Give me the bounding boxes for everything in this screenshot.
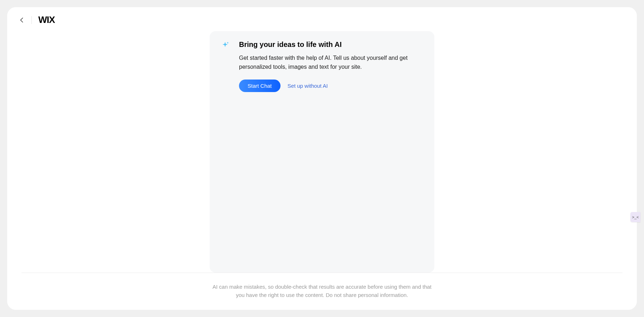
- footer: AI can make mistakes, so double-check th…: [21, 273, 623, 310]
- wix-logo[interactable]: WIX: [38, 14, 55, 25]
- chevron-left-icon: [20, 18, 23, 23]
- ai-disclaimer-text: AI can make mistakes, so double-check th…: [208, 283, 436, 299]
- setup-without-ai-link[interactable]: Set up without AI: [288, 83, 328, 89]
- floating-dev-widget[interactable]: >_<: [630, 212, 640, 222]
- back-button[interactable]: [18, 16, 25, 24]
- ai-intro-card: Bring your ideas to life with AI Get sta…: [210, 31, 434, 273]
- header: WIX: [7, 7, 637, 33]
- main-panel: WIX Bring your ideas to life with AI: [7, 7, 637, 310]
- ai-card-description: Get started faster with the help of AI. …: [239, 54, 422, 72]
- header-divider: [31, 16, 32, 24]
- code-icon: >_<: [632, 215, 639, 219]
- content-area: Bring your ideas to life with AI Get sta…: [7, 33, 637, 273]
- start-chat-button[interactable]: Start Chat: [239, 80, 280, 92]
- ai-card-title: Bring your ideas to life with AI: [239, 40, 422, 49]
- ai-card-actions: Start Chat Set up without AI: [239, 80, 422, 92]
- ai-card-body: Bring your ideas to life with AI Get sta…: [239, 40, 422, 262]
- sparkle-icon: [222, 41, 230, 262]
